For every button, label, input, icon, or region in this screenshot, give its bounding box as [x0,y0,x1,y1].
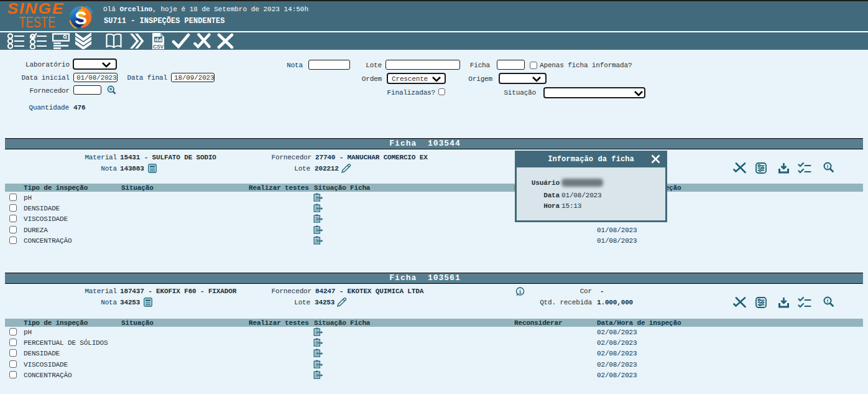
svg-text:i: i [519,289,522,296]
svg-text:CSV: CSV [153,44,164,50]
svg-text:S: S [75,7,87,28]
